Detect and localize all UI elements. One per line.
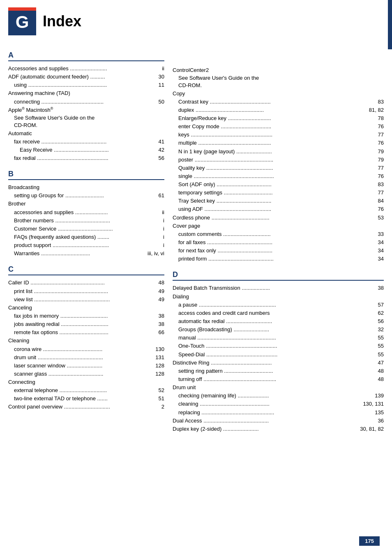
list-item: two-line external TAD or telephone .....… [8, 395, 164, 403]
list-item: Dual Access ............................… [173, 417, 384, 425]
list-item: Broadcasting [8, 183, 164, 192]
list-item: Enlarge/Reduce key .....................… [173, 114, 384, 122]
list-item: setting ring pattern ...................… [173, 367, 384, 375]
list-item: external telephone .....................… [8, 386, 164, 395]
list-item: Cover page [173, 222, 384, 230]
list-item: Duplex key (2-sided) ...................… [173, 425, 384, 433]
list-item: print list .............................… [8, 287, 164, 295]
page-header: G Index [0, 0, 392, 39]
list-item: remote fax options .....................… [8, 328, 164, 337]
list-item: for all faxes ..........................… [173, 238, 384, 247]
list-item: drum unit ..............................… [8, 353, 164, 362]
list-item: poster .................................… [173, 156, 384, 164]
list-item: FAQs (frequently asked questions) ......… [8, 233, 164, 241]
list-item: ADF (automatic document feeder) ........… [8, 73, 164, 81]
list-item: single .................................… [173, 172, 384, 180]
list-item: Delayed Batch Transmission .............… [173, 284, 384, 292]
list-item: using ..................................… [8, 81, 164, 89]
list-item: jobs awaiting redial ...................… [8, 320, 164, 328]
list-item: using ADF ..............................… [173, 205, 384, 213]
list-item: a pause ................................… [173, 301, 384, 309]
list-item: Copy [173, 90, 384, 98]
list-item: fax receive ............................… [8, 138, 164, 146]
section-b-header: B [8, 170, 164, 180]
list-item: Brother numbers ........................… [8, 217, 164, 225]
list-item: turning off ............................… [173, 375, 384, 383]
list-item: printed form ...........................… [173, 255, 384, 263]
list-item: enter Copy mode ........................… [173, 122, 384, 131]
list-item: automatic fax redial ...................… [173, 317, 384, 325]
list-item: Accessories and supplies ...............… [8, 65, 164, 73]
list-item: Quality key ............................… [173, 164, 384, 172]
right-accent-bar [388, 0, 392, 49]
list-item: Apple® Macintosh® [8, 106, 164, 114]
left-column: A Accessories and supplies .............… [8, 44, 164, 433]
index-content: A Accessories and supplies .............… [0, 44, 392, 433]
list-item: Sort (ADF only) ........................… [173, 180, 384, 189]
list-item: cleaning ...............................… [173, 400, 384, 408]
list-item: Caller ID ..............................… [8, 279, 164, 287]
list-item: Dialing [173, 293, 384, 301]
list-item: connecting .............................… [8, 98, 164, 106]
list-item: ControlCenter2 [173, 66, 384, 74]
section-d-header: D [173, 270, 384, 281]
list-item: Cleaning [8, 337, 164, 345]
list-item: One-Touch ..............................… [173, 342, 384, 350]
list-item: access codes and credit card numbers 62 [173, 309, 384, 317]
list-item: fax redial .............................… [8, 154, 164, 162]
section-a-header: A [8, 51, 164, 61]
list-item: temporary settings .....................… [173, 189, 384, 197]
list-item: Brother [8, 200, 164, 208]
list-item: Customer Service .......................… [8, 225, 164, 233]
list-item: Easy Receive ...........................… [8, 146, 164, 154]
list-item: Automatic [8, 129, 164, 138]
list-item: Connecting [8, 378, 164, 386]
page-number: 175 [359, 536, 380, 546]
list-item: for next fax only ......................… [173, 247, 384, 255]
list-item: Answering machine (TAD) [8, 89, 164, 97]
list-item: duplex .................................… [173, 106, 384, 114]
list-item: fax jobs in memory .....................… [8, 312, 164, 320]
page-title: Index [43, 13, 81, 30]
list-item: keys ...................................… [173, 131, 384, 139]
list-item: Canceling [8, 304, 164, 312]
list-item: custom comments ........................… [173, 230, 384, 238]
list-item: Warranties .............................… [8, 249, 164, 258]
list-item: replacing ..............................… [173, 409, 384, 417]
list-item: See Software User's Guide on theCD-ROM. [173, 74, 384, 89]
list-item: Contrast key ...........................… [173, 98, 384, 106]
list-item: N in 1 key (page layout) ...............… [173, 148, 384, 156]
list-item: Control panel overview .................… [8, 403, 164, 411]
list-item: Drum unit [173, 383, 384, 392]
list-item: manual .................................… [173, 334, 384, 342]
list-item: Cordless phone .........................… [173, 214, 384, 222]
list-item: accessories and supplies ...............… [8, 208, 164, 217]
list-item: Tray Select key ........................… [173, 197, 384, 205]
list-item: view list ..............................… [8, 295, 164, 304]
c-continued: ControlCenter2 See Software User's Guide… [173, 66, 384, 263]
list-item: See Software User's Guide on theCD-ROM. [8, 114, 164, 129]
chapter-icon-box: G [8, 7, 36, 35]
list-item: Groups (Broadcasting) ..................… [173, 325, 384, 334]
list-item: scanner glass ..........................… [8, 370, 164, 378]
right-column: ControlCenter2 See Software User's Guide… [173, 44, 384, 433]
list-item: Speed-Dial .............................… [173, 351, 384, 359]
section-c-header: C [8, 265, 164, 275]
list-item: setting up Groups for ..................… [8, 192, 164, 200]
list-item: laser scanner window ...................… [8, 362, 164, 370]
list-item: product support ........................… [8, 241, 164, 249]
list-item: corona wire ............................… [8, 345, 164, 353]
list-item: checking (remaining life) ..............… [173, 392, 384, 400]
chapter-letter: G [16, 12, 29, 32]
list-item: Distinctive Ring .......................… [173, 359, 384, 367]
list-item: multiple ...............................… [173, 139, 384, 147]
